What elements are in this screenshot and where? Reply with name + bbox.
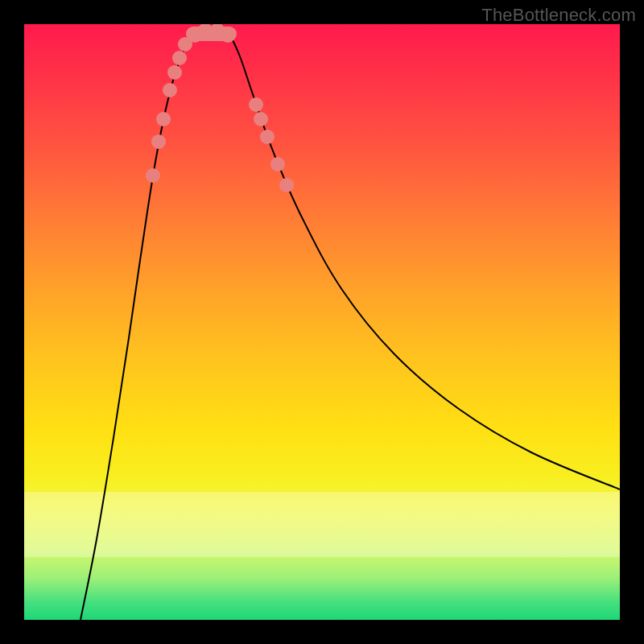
chart-svg [24,24,620,620]
data-dot [260,130,275,144]
data-dot [254,112,268,126]
data-dot [270,157,285,171]
watermark-text: TheBottleneck.com [481,5,636,26]
data-dot [172,51,187,65]
data-dot [249,97,263,112]
data-dot [220,27,236,43]
data-dot [279,178,294,192]
curve-left [80,34,193,620]
plot-area [24,24,620,620]
curve-right [229,34,620,489]
data-dot [167,65,182,80]
outer-frame: TheBottleneck.com [0,0,644,644]
data-dot [151,134,166,149]
data-dot [163,83,177,97]
data-dot [146,168,160,183]
data-dots [146,24,294,192]
data-dot [156,112,171,126]
